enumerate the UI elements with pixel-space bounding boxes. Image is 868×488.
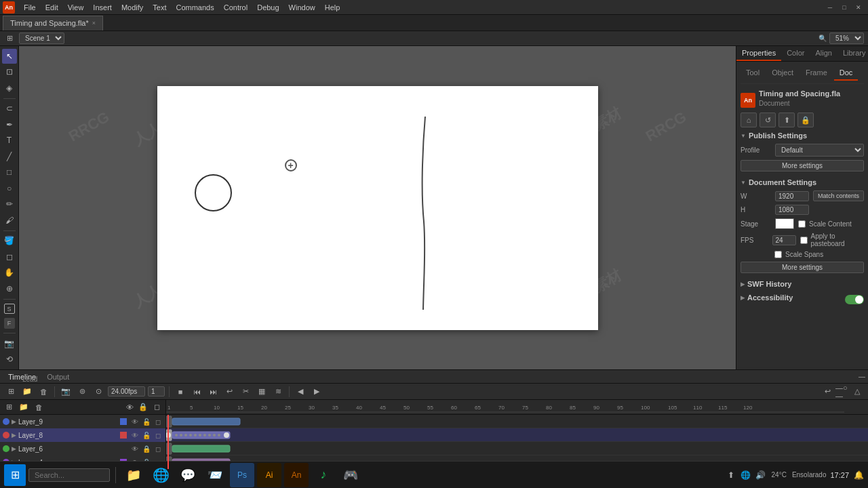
pen-tool[interactable]: ✒: [2, 117, 17, 132]
undo-btn[interactable]: ↩: [821, 386, 834, 398]
publish-more-settings-btn[interactable]: More settings: [741, 160, 864, 171]
delete-layer-btn[interactable]: 🗑: [37, 386, 50, 398]
menu-window[interactable]: Window: [284, 2, 320, 13]
rect-tool[interactable]: □: [2, 165, 17, 180]
fps-display[interactable]: 24.00fps: [108, 386, 145, 396]
tab-color[interactable]: Color: [781, 46, 810, 61]
stroke-color[interactable]: S: [4, 304, 15, 314]
prev-frame-btn[interactable]: ◀: [294, 386, 307, 398]
menu-view[interactable]: View: [63, 2, 89, 13]
layer-lock-btn[interactable]: 🔓: [142, 430, 151, 440]
tab-library[interactable]: Library: [837, 46, 868, 61]
loop-btn[interactable]: ↩: [222, 386, 236, 398]
pencil-tool[interactable]: ✏: [2, 197, 17, 212]
tray-up-icon[interactable]: ⬆: [726, 470, 736, 481]
menu-file[interactable]: File: [19, 2, 41, 13]
eraser-tool[interactable]: ◻: [2, 249, 17, 264]
document-settings-header[interactable]: ▼ Document Settings: [741, 178, 864, 186]
stage-color-swatch[interactable]: [775, 218, 794, 229]
export-icon-btn[interactable]: ⬆: [778, 113, 795, 127]
asset-warp-tool[interactable]: ⟲: [2, 352, 17, 367]
stop-btn[interactable]: ■: [174, 386, 187, 398]
doc-more-settings-btn[interactable]: More settings: [741, 262, 864, 273]
menu-control[interactable]: Control: [219, 2, 252, 13]
select-tool[interactable]: ↖: [2, 49, 17, 64]
frame-display[interactable]: 1: [148, 386, 165, 396]
menu-debug[interactable]: Debug: [252, 2, 283, 13]
height-input[interactable]: [775, 205, 809, 215]
subtab-tool[interactable]: Tool: [741, 66, 765, 81]
swf-history-header[interactable]: ▶ SWF History: [741, 280, 864, 288]
publish-settings-header[interactable]: ▼ Publish Settings: [741, 131, 864, 140]
menu-modify[interactable]: Modify: [117, 2, 148, 13]
start-button[interactable]: ⊞: [4, 464, 26, 486]
scene-select[interactable]: Scene 1: [19, 33, 64, 44]
clip-btn[interactable]: ✂: [239, 386, 252, 398]
menu-text[interactable]: Text: [148, 2, 171, 13]
layer-outline-btn[interactable]: ◻: [153, 417, 163, 426]
fps-input[interactable]: [772, 235, 796, 245]
paint-bucket-tool[interactable]: 🪣: [2, 234, 17, 249]
delete-all-btn[interactable]: 🗑: [33, 402, 45, 413]
gradient-tool[interactable]: ◈: [2, 81, 17, 96]
layer-outline-btn[interactable]: ◻: [153, 444, 163, 453]
lock-all-btn[interactable]: 📁: [18, 402, 30, 413]
close-button[interactable]: ✕: [852, 1, 865, 14]
file-tab[interactable]: Timing and Spacing.fla* ×: [3, 16, 103, 30]
taskbar-app-mail[interactable]: 📨: [203, 463, 227, 487]
new-layer-btn[interactable]: ⊞: [4, 386, 18, 398]
subtab-doc[interactable]: Doc: [834, 66, 859, 81]
taskbar-app-spotify[interactable]: ♪: [311, 463, 336, 487]
accessibility-header[interactable]: ▶ Accessibility: [741, 293, 793, 302]
tab-output[interactable]: Output: [41, 371, 75, 382]
tray-volume-icon[interactable]: 🔊: [755, 470, 766, 481]
maximize-button[interactable]: □: [837, 1, 851, 14]
menu-edit[interactable]: Edit: [41, 2, 63, 13]
camera-tool[interactable]: 📷: [2, 336, 17, 351]
step-forward-btn[interactable]: ⏭: [206, 386, 220, 398]
tab-align[interactable]: Align: [810, 46, 837, 61]
oval-tool[interactable]: ○: [2, 181, 17, 196]
step-back-btn[interactable]: ⏮: [190, 386, 203, 398]
taskbar-app-chat[interactable]: 💬: [176, 463, 200, 487]
taskbar-app-steam[interactable]: 🎮: [338, 463, 363, 487]
notification-icon[interactable]: 🔔: [853, 470, 864, 481]
redo-btn[interactable]: —○—: [835, 386, 849, 398]
layer-lock-btn[interactable]: 🔒: [142, 444, 151, 453]
hand-tool[interactable]: ✋: [2, 266, 17, 281]
layer-row[interactable]: ▶ Layer_9 👁 🔓 ◻: [0, 415, 165, 428]
taskbar-app-explorer[interactable]: 📁: [121, 463, 146, 487]
motion-btn[interactable]: ≋: [271, 386, 285, 398]
layer-visibility-btn[interactable]: 👁: [130, 430, 140, 440]
tab-close-button[interactable]: ×: [92, 20, 96, 26]
tab-timeline[interactable]: Timeline: [3, 371, 41, 382]
tray-network-icon[interactable]: 🌐: [741, 470, 751, 481]
profile-select[interactable]: Default: [775, 144, 864, 157]
layer-visibility-btn[interactable]: 👁: [130, 417, 140, 426]
timeline-collapse-button[interactable]: ─: [859, 371, 865, 382]
zoom-select[interactable]: 51%: [829, 33, 864, 44]
taskbar-app-browser[interactable]: 🌐: [149, 463, 173, 487]
lock-icon-btn[interactable]: 🔒: [797, 113, 814, 127]
canvas-stage[interactable]: [157, 86, 598, 330]
menu-insert[interactable]: Insert: [88, 2, 117, 13]
taskbar-search-input[interactable]: [28, 468, 110, 482]
onion-skin-outline-btn[interactable]: ⊙: [92, 386, 105, 398]
fill-color[interactable]: F: [4, 318, 15, 329]
graph-btn[interactable]: ▦: [255, 386, 269, 398]
layer-lock-btn[interactable]: 🔓: [142, 417, 151, 426]
minimize-button[interactable]: ─: [823, 1, 837, 14]
apply-pasteboard-input[interactable]: [800, 237, 808, 244]
scale-spans-input[interactable]: [774, 251, 782, 258]
refresh-icon-btn[interactable]: ↺: [760, 113, 776, 127]
brush-tool[interactable]: 🖌: [2, 213, 17, 228]
zoom-tool[interactable]: ⊕: [2, 281, 17, 296]
play-btn[interactable]: ▶: [310, 386, 323, 398]
match-contents-btn[interactable]: Match contents: [813, 190, 864, 201]
layer-row[interactable]: ▶ Layer_8 👁 🔓 ◻: [0, 428, 165, 442]
tab-properties[interactable]: Properties: [736, 46, 781, 61]
settings-btn[interactable]: △: [850, 386, 864, 398]
layer-row[interactable]: ▶ Layer_6 👁 🔒 ◻: [0, 442, 165, 455]
expand-all-btn[interactable]: ⊞: [3, 402, 15, 413]
lasso-tool[interactable]: ⊂: [2, 102, 17, 117]
